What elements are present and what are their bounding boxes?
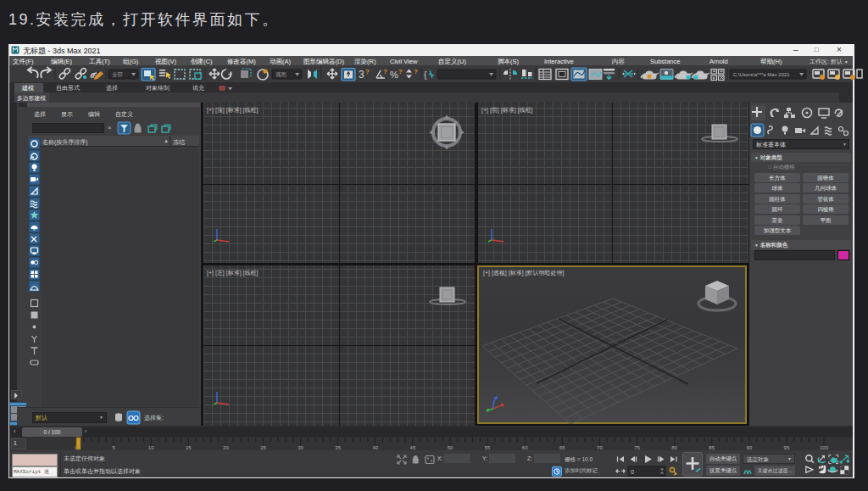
svg-text:20: 20	[223, 445, 229, 450]
svg-text:3: 3	[359, 69, 364, 81]
svg-text:全部: 全部	[112, 71, 123, 78]
svg-text:10: 10	[148, 445, 154, 450]
svg-text:%: %	[390, 70, 398, 80]
svg-text:95: 95	[784, 445, 790, 450]
svg-text:40: 40	[372, 445, 378, 450]
svg-text:15: 15	[186, 445, 192, 450]
svg-text:85: 85	[709, 445, 715, 450]
svg-text:80: 80	[671, 445, 677, 450]
svg-text:35: 35	[335, 445, 341, 450]
svg-text:60: 60	[522, 445, 528, 450]
svg-text:50: 50	[448, 445, 453, 450]
svg-text:{: {	[424, 70, 427, 80]
svg-text:100: 100	[820, 445, 829, 450]
svg-text:?: ?	[383, 68, 387, 75]
svg-text:70: 70	[597, 445, 603, 450]
svg-text:90: 90	[746, 445, 752, 450]
svg-text:?: ?	[365, 68, 370, 75]
svg-text:?: ?	[414, 68, 418, 75]
svg-text:0: 0	[631, 469, 634, 475]
svg-text:?: ?	[398, 68, 403, 75]
svg-text:25: 25	[260, 445, 266, 450]
svg-text:55: 55	[485, 445, 491, 450]
svg-text:C:\Users\a***a Max 2021: C:\Users\a***a Max 2021	[733, 72, 790, 77]
svg-text:视图: 视图	[275, 71, 287, 78]
svg-text:65: 65	[559, 445, 565, 450]
svg-text:45: 45	[410, 445, 416, 450]
svg-text:5: 5	[112, 445, 115, 450]
svg-text:30: 30	[298, 445, 303, 450]
svg-text:75: 75	[634, 445, 640, 450]
